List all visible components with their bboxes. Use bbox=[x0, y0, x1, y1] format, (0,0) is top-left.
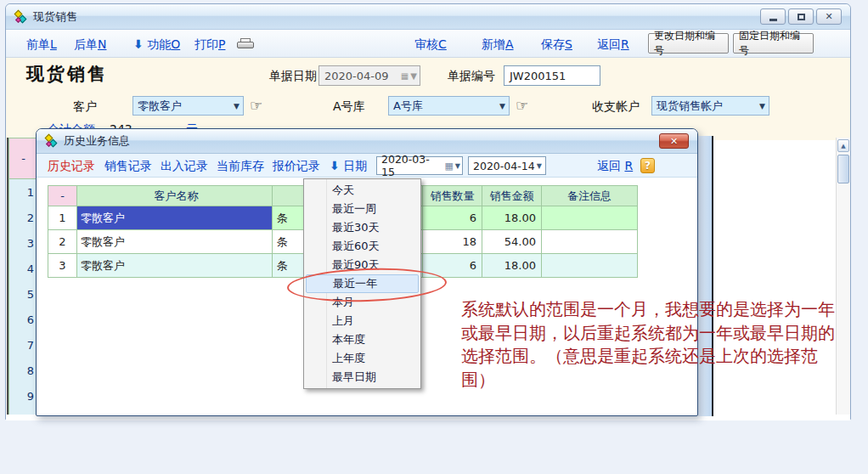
main-grid-row-number: 9 bbox=[8, 383, 38, 409]
main-grid-row-number: 8 bbox=[8, 358, 38, 384]
account-label: 收支帐户 bbox=[592, 99, 640, 115]
save-link[interactable]: 保存S bbox=[541, 37, 572, 53]
annotation-text: 系统默认的范围是一个月，我想要的是选择为一年或最早日期，以后重起系统都为一年或最… bbox=[461, 298, 848, 392]
tab-sales[interactable]: 销售记录 bbox=[104, 159, 152, 174]
close-button[interactable]: ✕ bbox=[816, 8, 842, 25]
main-grid-row-number: 7 bbox=[8, 332, 38, 358]
customer-combobox[interactable]: 零散客户▼ bbox=[132, 96, 244, 116]
next-doc-link[interactable]: 后单N bbox=[74, 37, 106, 53]
main-grid-row-partial bbox=[8, 409, 38, 415]
printer-icon[interactable] bbox=[237, 38, 254, 51]
page-title: 现货销售 bbox=[26, 62, 108, 86]
dialog-title: 历史业务信息 bbox=[64, 133, 130, 149]
minimize-icon bbox=[769, 19, 777, 21]
main-grid-row-number: 1 bbox=[8, 179, 38, 206]
dropdown-arrow-icon: ▼ bbox=[537, 162, 542, 170]
dialog-titlebar: 历史业务信息 ✕ bbox=[37, 129, 697, 154]
print-link[interactable]: 打印P bbox=[194, 37, 225, 53]
account-combobox[interactable]: 现货销售帐户▼ bbox=[651, 96, 769, 116]
customer-label: 客户 bbox=[73, 99, 97, 115]
header-index: - bbox=[48, 185, 77, 206]
main-grid-row-number: 6 bbox=[8, 307, 38, 333]
doc-date-label: 单据日期 bbox=[269, 69, 317, 84]
header-customer: 客户名称 bbox=[77, 185, 273, 206]
dropdown-arrow-icon: ▼ bbox=[410, 71, 417, 81]
doc-no-label: 单据编号 bbox=[448, 69, 495, 84]
down-arrow-icon: ⬇ bbox=[133, 37, 144, 51]
help-button[interactable]: ? bbox=[640, 158, 655, 173]
dialog-return-link[interactable]: 返回 R bbox=[597, 159, 633, 174]
date-menu-trigger[interactable]: ⬇ 日期 bbox=[330, 159, 367, 174]
fix-date-number-button[interactable]: 固定日期和编号 bbox=[733, 33, 814, 54]
customer-picker-hand-icon[interactable]: ☞ bbox=[250, 97, 262, 114]
scroll-up-icon[interactable]: ▲ bbox=[837, 139, 849, 152]
down-arrow-icon: ⬇ bbox=[330, 159, 340, 172]
header-qty: 销售数量 bbox=[423, 185, 482, 206]
date-to-picker[interactable]: 2020-04-14 ▼ bbox=[468, 156, 546, 175]
maximize-button[interactable] bbox=[788, 8, 814, 25]
main-grid-row-number: 5 bbox=[8, 281, 38, 308]
warehouse-combobox[interactable]: A号库▼ bbox=[388, 96, 510, 116]
header-amount: 销售金额 bbox=[482, 185, 542, 206]
maximize-icon bbox=[798, 14, 805, 20]
scrollbar-thumb[interactable] bbox=[837, 155, 849, 183]
main-grid-corner-cell: - bbox=[8, 138, 38, 179]
window-title: 现货销售 bbox=[33, 9, 77, 25]
menu-item-prev-year[interactable]: 上年度 bbox=[306, 349, 419, 368]
menu-item-last-week[interactable]: 最近一周 bbox=[306, 200, 419, 218]
doc-date-field[interactable]: 2020-04-09 ▦▼ bbox=[318, 65, 420, 86]
dialog-close-button[interactable]: ✕ bbox=[659, 133, 689, 149]
dialog-icon bbox=[45, 134, 59, 148]
doc-no-input[interactable]: JW200151 bbox=[504, 65, 600, 86]
audit-link[interactable]: 审核C bbox=[414, 37, 447, 53]
warehouse-label: A号库 bbox=[333, 99, 365, 115]
prev-doc-link[interactable]: 前单L bbox=[26, 37, 57, 53]
calendar-icon: ▦ bbox=[401, 71, 409, 81]
main-grid-row-number: 3 bbox=[8, 230, 38, 257]
menu-item-last-month[interactable]: 上月 bbox=[306, 312, 419, 330]
menu-item-this-year[interactable]: 本年度 bbox=[306, 330, 419, 349]
menu-item-earliest[interactable]: 最早日期 bbox=[306, 368, 419, 387]
date-from-picker[interactable]: 2020-03-15 ▦ ▼ bbox=[376, 156, 463, 175]
header-note: 备注信息 bbox=[542, 185, 638, 206]
tab-quote[interactable]: 报价记录 bbox=[273, 159, 320, 174]
warehouse-picker-hand-icon[interactable]: ☞ bbox=[516, 97, 528, 114]
main-titlebar: 现货销售 ✕ bbox=[6, 4, 850, 30]
tab-inout[interactable]: 出入记录 bbox=[161, 159, 208, 174]
menu-item-last-30[interactable]: 最近30天 bbox=[306, 218, 419, 237]
change-date-number-button[interactable]: 更改日期和编号 bbox=[648, 33, 729, 54]
combo-arrow-icon: ▼ bbox=[234, 102, 243, 110]
dialog-toolbar: 历史记录 销售记录 出入记录 当前库存 报价记录 ⬇ 日期 2020-03-15… bbox=[37, 154, 697, 178]
main-toolbar: 前单L 后单N ⬇ 功能O 打印P 审核C 新增A 保存S 返回R 更改日期和编… bbox=[6, 30, 850, 58]
menu-item-last-60[interactable]: 最近60天 bbox=[306, 237, 419, 256]
app-icon bbox=[14, 10, 28, 24]
main-grid-row-numbers: - 1 2 3 4 5 6 7 8 9 bbox=[7, 138, 38, 415]
main-grid-row-number: 4 bbox=[8, 256, 38, 282]
combo-arrow-icon: ▼ bbox=[759, 102, 769, 110]
tab-history[interactable]: 历史记录 bbox=[48, 159, 95, 174]
help-icon: ? bbox=[645, 160, 651, 172]
menu-item-today[interactable]: 今天 bbox=[306, 181, 419, 200]
selected-cell[interactable]: 零散客户 bbox=[77, 206, 273, 230]
close-icon: ✕ bbox=[825, 12, 832, 21]
close-icon: ✕ bbox=[670, 136, 678, 147]
calendar-icon: ▦ bbox=[444, 161, 453, 172]
tab-stock[interactable]: 当前库存 bbox=[217, 159, 264, 174]
return-link[interactable]: 返回R bbox=[597, 37, 629, 53]
minimize-button[interactable] bbox=[760, 8, 786, 25]
add-link[interactable]: 新增A bbox=[482, 37, 514, 53]
dropdown-arrow-icon: ▼ bbox=[455, 162, 460, 170]
main-grid-row-number: 2 bbox=[8, 205, 38, 231]
functions-link[interactable]: ⬇ 功能O bbox=[133, 37, 180, 53]
combo-arrow-icon: ▼ bbox=[499, 102, 509, 110]
